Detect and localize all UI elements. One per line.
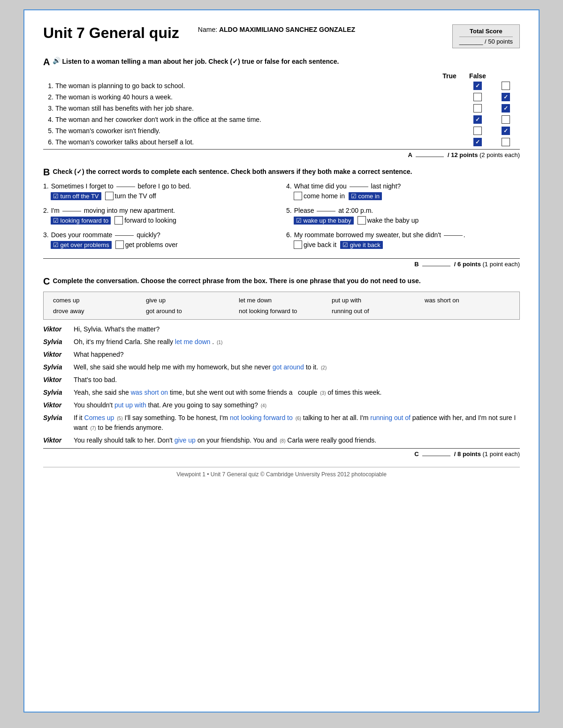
dialogue-line: Sylvia Oh, it's my friend Carla. She rea… xyxy=(43,337,520,347)
total-score-value: _______ / 50 points xyxy=(459,37,513,45)
answer-phrase: got around xyxy=(273,363,304,371)
answer-phrase: Comes up xyxy=(84,414,114,421)
choice-unchecked: get problems over xyxy=(115,240,178,249)
phrase-cell: comes up xyxy=(49,296,142,305)
dialogue-line: Viktor You shouldn't put up with that. A… xyxy=(43,400,520,410)
choice-checked: ☑ wake up the baby xyxy=(294,217,354,225)
speaker-sylvia: Sylvia xyxy=(43,388,74,398)
speech: Well, she said she would help me with my… xyxy=(74,362,520,372)
section-c: C Complete the conversation. Choose the … xyxy=(43,276,520,458)
table-row: 1. The woman is planning to go back to s… xyxy=(43,82,520,90)
audio-icon: 🔊 xyxy=(53,57,61,64)
speaker-viktor: Viktor xyxy=(43,324,74,334)
false-check-3 xyxy=(492,104,520,113)
dialogue: Viktor Hi, Sylvia. What's the matter? Sy… xyxy=(43,324,520,445)
speech: Yeah, she said she was short on time, bu… xyxy=(74,388,520,398)
table-row: 3. The woman still has benefits with her… xyxy=(43,104,520,113)
dialogue-line: Viktor That's too bad. xyxy=(43,375,520,385)
phrase-cell: got around to xyxy=(142,307,235,315)
false-header: False xyxy=(464,72,492,80)
speech: Oh, it's my friend Carla. She really let… xyxy=(74,337,520,347)
footer-text: Viewpoint 1 • Unit 7 General quiz © Camb… xyxy=(176,471,387,478)
true-check-5 xyxy=(464,127,492,135)
table-row: 5. The woman's coworker isn't friendly. xyxy=(43,127,520,135)
student-name-line: Name: ALDO MAXIMILIANO SANCHEZ GONZALEZ xyxy=(198,24,452,35)
speech: Hi, Sylvia. What's the matter? xyxy=(74,324,520,334)
table-row: 6. The woman's coworker talks about hers… xyxy=(43,138,520,146)
quiz-page: Unit 7 General quiz Name: ALDO MAXIMILIA… xyxy=(23,9,540,713)
section-a-score: A / 12 points (2 points each) xyxy=(43,149,520,158)
answer-phrase: let me down xyxy=(175,338,210,345)
speech: If it Comes up (5) I'll say something. T… xyxy=(74,413,520,433)
section-b-score: B / 6 points (1 point each) xyxy=(43,258,520,268)
phrase-cell: running out of xyxy=(328,307,421,315)
section-c-instructions: Complete the conversation. Choose the co… xyxy=(53,276,420,286)
speaker-viktor: Viktor xyxy=(43,400,74,410)
b-item-4: 4. What time did you last night? come ho… xyxy=(286,182,520,200)
answer-phrase: give up xyxy=(175,436,196,444)
student-name: ALDO MAXIMILIANO SANCHEZ GONZALEZ xyxy=(219,26,355,33)
phrase-cell: drove away xyxy=(49,307,142,315)
name-label: Name: xyxy=(198,26,217,33)
dialogue-line: Viktor What happened? xyxy=(43,350,520,360)
phrase-cell: give up xyxy=(142,296,235,305)
phrase-cell: let me down xyxy=(235,296,328,305)
section-a-instructions: Listen to a woman telling a man about he… xyxy=(62,57,339,67)
section-a: A 🔊 Listen to a woman telling a man abou… xyxy=(43,57,520,158)
true-header: True xyxy=(435,72,464,80)
false-check-5 xyxy=(492,127,520,135)
section-a-letter: A xyxy=(43,57,50,68)
choice-unchecked: come home in xyxy=(294,192,345,200)
speaker-sylvia: Sylvia xyxy=(43,337,74,347)
name-block: Name: ALDO MAXIMILIANO SANCHEZ GONZALEZ xyxy=(198,24,452,35)
true-check-3 xyxy=(464,104,492,113)
section-c-score: C / 8 points (1 point each) xyxy=(43,448,520,458)
section-b-header: B Check (✓) the correct words to complet… xyxy=(43,167,520,178)
page-title: Unit 7 General quiz xyxy=(43,24,179,42)
dialogue-line: Viktor Hi, Sylvia. What's the matter? xyxy=(43,324,520,334)
section-b-grid: 1. Sometimes I forget to before I go to … xyxy=(43,182,520,255)
section-a-header: A 🔊 Listen to a woman telling a man abou… xyxy=(43,57,520,68)
true-check-2 xyxy=(464,93,492,101)
speaker-viktor: Viktor xyxy=(43,435,74,445)
table-row: 2. The woman is working 40 hours a week. xyxy=(43,93,520,101)
false-check-6 xyxy=(492,138,520,146)
table-row: 4. The woman and her coworker don't work… xyxy=(43,115,520,124)
section-c-header: C Complete the conversation. Choose the … xyxy=(43,276,520,287)
phrase-box: comes up give up let me down put up with… xyxy=(43,292,520,320)
choice-unchecked: wake the baby up xyxy=(358,216,419,225)
section-b-right: 4. What time did you last night? come ho… xyxy=(286,182,520,255)
speech: That's too bad. xyxy=(74,375,520,385)
speaker-sylvia: Sylvia xyxy=(43,413,74,433)
speaker-sylvia: Sylvia xyxy=(43,362,74,372)
false-check-1 xyxy=(492,82,520,90)
dialogue-line: Sylvia Yeah, she said she was short on t… xyxy=(43,388,520,398)
choice-checked: ☑ looking forward to xyxy=(51,217,111,225)
dialogue-line: Sylvia If it Comes up (5) I'll say somet… xyxy=(43,413,520,433)
tf-header: True False xyxy=(43,72,520,80)
section-b: B Check (✓) the correct words to complet… xyxy=(43,167,520,268)
dialogue-line: Viktor You really should talk to her. Do… xyxy=(43,435,520,445)
section-c-letter: C xyxy=(43,276,50,287)
choice-checked: ☑ get over problems xyxy=(51,241,112,249)
true-check-4 xyxy=(464,115,492,124)
section-b-instructions: Check (✓) the correct words to complete … xyxy=(53,167,412,177)
false-check-4 xyxy=(492,115,520,124)
speech: You shouldn't put up with that. Are you … xyxy=(74,400,520,410)
true-check-6 xyxy=(464,138,492,146)
speaker-viktor: Viktor xyxy=(43,375,74,385)
phrase-cell: put up with xyxy=(328,296,421,305)
answer-phrase: running out of xyxy=(370,414,411,421)
choice-unchecked: give back it xyxy=(294,240,336,249)
section-b-letter: B xyxy=(43,167,50,178)
b-item-6: 6. My roommate borrowed my sweater, but … xyxy=(286,231,520,249)
false-check-2 xyxy=(492,93,520,101)
answer-phrase: was short on xyxy=(131,389,168,396)
b-item-1: 1. Sometimes I forget to before I go to … xyxy=(43,182,277,200)
answer-phrase: not looking forward to xyxy=(230,414,293,421)
total-score-label: Total Score xyxy=(459,28,513,35)
b-item-3: 3. Does your roommate quickly? ☑ get ove… xyxy=(43,231,277,249)
choice-unchecked: forward to looking xyxy=(114,216,176,225)
choice-checked: ☑ turn off the TV xyxy=(51,192,101,200)
header: Unit 7 General quiz Name: ALDO MAXIMILIA… xyxy=(43,24,520,48)
